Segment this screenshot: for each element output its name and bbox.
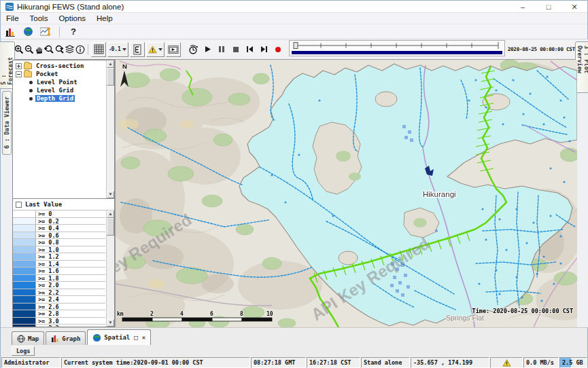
legend-title: Last Value <box>25 201 62 208</box>
menu-help[interactable]: Help <box>91 14 118 23</box>
window-title: Hikurangi FEWS (Stand alone) <box>17 3 124 11</box>
step-forward-icon[interactable] <box>259 43 269 56</box>
animation-settings-icon[interactable] <box>188 43 198 56</box>
menu-file[interactable]: File <box>1 14 24 23</box>
scroll-up-icon[interactable]: ▲ <box>107 210 114 218</box>
legend-row[interactable]: >= 0.2 <box>13 218 105 225</box>
tree-scrollbar[interactable]: ▲ ▼ <box>106 60 114 198</box>
grid-display-button[interactable] <box>91 42 106 57</box>
tree-item-label: Depth Grid <box>35 95 75 102</box>
legend-row[interactable]: >= 1.6 <box>13 268 105 275</box>
toolbar-separator <box>88 44 88 55</box>
close-button[interactable]: ✕ <box>561 1 587 12</box>
scroll-down-icon[interactable]: ▼ <box>107 191 114 198</box>
play-icon[interactable] <box>203 43 213 56</box>
tree-item-pocket[interactable]: Pocket <box>13 70 106 78</box>
legend-row[interactable]: >= 2.6 <box>13 303 105 311</box>
tab-map[interactable]: Map <box>12 331 44 345</box>
profile-display-button[interactable] <box>166 42 181 57</box>
legend-swatch <box>13 210 36 217</box>
maximize-button[interactable]: □ <box>536 1 561 12</box>
scroll-thumb[interactable] <box>107 68 114 86</box>
legend-swatch <box>13 239 36 246</box>
legend-value: >= 1.0 <box>36 246 105 253</box>
step-back-icon[interactable] <box>245 43 255 56</box>
zoom-in-icon[interactable] <box>14 43 24 56</box>
record-icon[interactable] <box>273 43 283 56</box>
legend-row[interactable]: >= 1.2 <box>13 253 105 261</box>
legend-row[interactable]: >= 2.2 <box>13 289 105 297</box>
data-display-icon[interactable] <box>3 26 17 38</box>
scroll-down-icon[interactable]: ▼ <box>107 319 114 327</box>
status-warning[interactable] <box>490 357 523 368</box>
zoom-out-icon[interactable] <box>24 43 35 56</box>
tab-restore-icon[interactable]: □ <box>134 334 137 341</box>
tree-item-depth-grid[interactable]: Depth Grid <box>13 94 106 103</box>
legend-row[interactable]: >= 3.2 <box>13 325 105 327</box>
last-value-checkbox[interactable] <box>16 202 22 208</box>
scroll-thumb[interactable] <box>107 218 114 236</box>
legend-row[interactable]: >= 2.8 <box>13 310 105 318</box>
help-icon[interactable]: ? <box>67 26 80 38</box>
legend-swatch <box>13 268 36 274</box>
collapse-icon[interactable] <box>16 71 22 77</box>
classification-button[interactable] <box>130 42 145 57</box>
town-label: Hikurangi <box>423 190 456 198</box>
info-icon[interactable] <box>75 43 85 56</box>
minimize-button[interactable]: – <box>510 1 536 12</box>
legend-row[interactable]: >= 1.0 <box>13 246 105 254</box>
spatial-display-icon[interactable] <box>21 26 35 38</box>
legend-value: >= 0.8 <box>36 239 105 246</box>
svg-text:10: 10 <box>266 311 273 317</box>
legend-row[interactable]: >= 2.0 <box>13 282 105 289</box>
tab-graph[interactable]: Graph <box>46 331 86 345</box>
threshold-value: 0.1 <box>111 46 120 52</box>
slider-handle[interactable] <box>294 42 298 48</box>
svg-text:6: 6 <box>210 311 213 317</box>
tab-label: Spatial <box>104 334 130 341</box>
pause-icon[interactable] <box>217 43 227 56</box>
legend-value: >= 1.6 <box>36 268 105 274</box>
legend-row[interactable]: >= 1.8 <box>13 275 105 282</box>
legend-swatch <box>13 261 36 268</box>
main-toolbar: ? <box>1 24 587 39</box>
filter-tree: Cross-section Pocket Level Point <box>12 60 115 199</box>
tab-data-viewer[interactable]: 6 : Data Viewer <box>2 91 12 155</box>
legend-row[interactable]: >= 1.4 <box>13 261 105 268</box>
tab-spatial[interactable]: Spatial □ ✕ <box>87 329 151 345</box>
time-slider[interactable] <box>289 40 505 59</box>
status-network-speed: 0.0 MB/s <box>523 357 559 368</box>
legend-row[interactable]: >= 0.4 <box>13 225 105 232</box>
scroll-up-icon[interactable]: ▲ <box>107 60 114 68</box>
pan-hand-icon[interactable] <box>35 43 45 56</box>
stop-icon[interactable] <box>230 43 241 56</box>
warning-dropdown[interactable] <box>146 42 165 57</box>
timeseries-display-icon[interactable] <box>39 26 52 38</box>
zoom-next-icon[interactable] <box>54 43 65 56</box>
legend-swatch <box>13 253 36 260</box>
spatial-map[interactable]: API Key Required API Key Required Hikura… <box>116 60 577 327</box>
tab-close-icon[interactable]: ✕ <box>142 334 145 341</box>
globe-icon <box>17 335 25 343</box>
tree-item-cross-section[interactable]: Cross-section <box>13 62 106 70</box>
menu-options[interactable]: Options <box>53 14 91 23</box>
status-system-time: Current system time:2020-09-01 00:00 CST <box>61 357 250 368</box>
zoom-previous-icon[interactable] <box>44 43 54 56</box>
legend-row[interactable]: >= 3.0 <box>13 318 105 325</box>
layers-icon[interactable] <box>65 43 75 56</box>
title-bar: Hikurangi FEWS (Stand alone) – □ ✕ <box>1 1 587 13</box>
threshold-dropdown[interactable]: 0.1 <box>107 42 128 57</box>
legend-row[interactable]: >= 0 <box>13 210 105 218</box>
node-bullet-icon <box>29 97 33 100</box>
tree-item-label: Cross-section <box>35 62 85 69</box>
expand-icon[interactable] <box>16 63 22 69</box>
legend-row[interactable]: >= 0.6 <box>13 232 105 240</box>
legend-scrollbar[interactable]: ▲ ▼ <box>106 210 114 327</box>
legend-row[interactable]: >= 2.4 <box>13 296 105 303</box>
menu-tools[interactable]: Tools <box>24 14 54 23</box>
logs-button[interactable]: Logs <box>12 346 35 356</box>
legend-row[interactable]: >= 0.8 <box>13 239 105 246</box>
node-bullet-icon <box>29 89 33 92</box>
tree-item-level-grid[interactable]: Level Grid <box>13 86 106 94</box>
tree-item-level-point[interactable]: Level Point <box>13 78 106 86</box>
